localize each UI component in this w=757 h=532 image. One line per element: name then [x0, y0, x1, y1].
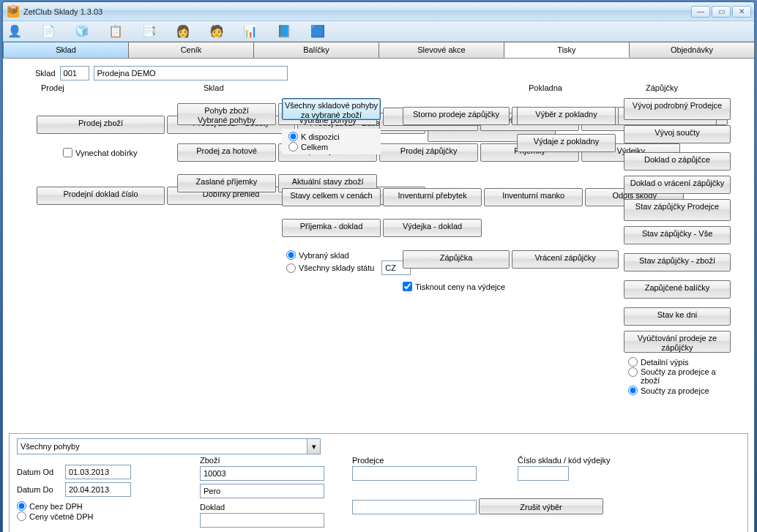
radio-vsechny-sklady[interactable] — [286, 263, 296, 273]
radio-bez-dph[interactable] — [17, 501, 26, 511]
doklad-lbl: Doklad — [200, 503, 324, 512]
tab-sklad[interactable]: Sklad — [3, 42, 129, 58]
hdr-prodej: Prodej — [41, 83, 64, 92]
radio-vsechny-sklady-lbl: Všechny sklady státu — [299, 263, 374, 272]
tab-balicky[interactable]: Balíčky — [253, 42, 379, 58]
pohyby-combo-text: Všechny pohyby — [18, 442, 307, 451]
app-icon — [7, 6, 19, 18]
radio-soucty-prodejce-lbl: Součty za prodejce — [641, 386, 709, 395]
btn-vyuctovani[interactable]: Vyúčtování prodeje ze zápůjčky — [624, 331, 731, 353]
btn-zapujcka[interactable]: Zápůjčka — [403, 250, 510, 269]
app-window: ZetClub Sklady 1.3.03 — ▭ ✕ 👤 📄 🧊 📋 📑 👩 … — [2, 1, 755, 532]
radio-soucty-prodejce-zbozi-lbl: Součty za prodejce a zboží — [641, 367, 728, 385]
hdr-zapujcky: Zápůjčky — [646, 83, 678, 92]
close-button[interactable]: ✕ — [732, 6, 751, 18]
lower-panel: Všechny pohyby ▾ Datum Od Datum Do Ceny … — [9, 433, 748, 532]
radio-kdispozici-lbl: K dispozici — [301, 132, 340, 141]
radio-vcetne-dph[interactable] — [17, 512, 26, 521]
btn-vyber-pokladny[interactable]: Výběr z pokladny — [517, 107, 616, 125]
radio-soucty-prodejce[interactable] — [628, 386, 638, 395]
btn-prodej-hotove[interactable]: Prodej za hotové — [177, 143, 276, 162]
btn-prodejni-doklad[interactable]: Prodejní doklad číslo — [37, 187, 165, 205]
radio-detailni[interactable] — [628, 357, 638, 367]
doklad-input[interactable] — [200, 513, 324, 528]
tb-icon-2[interactable]: 📄 — [41, 24, 56, 39]
window-title: ZetClub Sklady 1.3.03 — [22, 7, 691, 16]
hdr-pokladna: Pokladna — [529, 83, 562, 92]
cislo-input[interactable] — [518, 466, 569, 481]
chk-vynechat[interactable] — [63, 148, 72, 157]
dropdown-icon[interactable]: ▾ — [307, 439, 320, 454]
radio-kdispozici[interactable] — [288, 132, 298, 141]
chk-vynechat-lbl: Vynechat dobírky — [75, 149, 138, 157]
btn-stav-vse[interactable]: Stav zápůjčky - Vše — [624, 226, 731, 244]
btn-stav-ke-dni[interactable]: Stav ke dni — [624, 307, 731, 326]
tb-icon-5[interactable]: 📑 — [142, 24, 157, 39]
datum-do-input[interactable] — [65, 482, 131, 497]
tab-strip: Sklad Ceník Balíčky Slevové akce Tisky O… — [3, 42, 754, 59]
sklad-code-input[interactable] — [60, 66, 89, 80]
tb-icon-9[interactable]: 📘 — [277, 24, 291, 39]
zbozi-name-input[interactable] — [200, 484, 324, 498]
tb-icon-4[interactable]: 📋 — [108, 24, 123, 39]
btn-vyvoj-podrobny[interactable]: Vývoj podrobný Prodejce — [624, 98, 731, 120]
datum-od-input[interactable] — [65, 465, 131, 479]
sklad-label: Sklad — [35, 69, 56, 78]
radio-vybrany-sklad[interactable] — [286, 250, 296, 260]
tb-icon-1[interactable]: 👤 — [7, 24, 22, 39]
tab-objednavky[interactable]: Objednávky — [629, 42, 755, 58]
radio-vcetne-dph-lbl: Ceny včetně DPH — [29, 512, 93, 521]
btn-doklad-vraceni[interactable]: Doklad o vrácení zápůjčky — [624, 176, 731, 194]
tb-icon-8[interactable]: 📊 — [243, 24, 258, 39]
radio-soucty-prodejce-zbozi[interactable] — [628, 367, 638, 377]
datum-do-lbl: Datum Do — [17, 485, 61, 494]
tb-icon-10[interactable]: 🟦 — [310, 24, 325, 39]
btn-vsechny-pohyby-zbozi[interactable]: Všechny skladové pohyby za vybrané zboží — [282, 98, 381, 120]
content-area: Sklad Prodej Sklad Pokladna Zápůjčky Pro… — [3, 59, 754, 432]
prodejce-name-input[interactable] — [352, 500, 477, 514]
btn-zaslane-prijemky[interactable]: Zaslané příjemky — [177, 174, 276, 192]
radio-detailni-lbl: Detailní výpis — [641, 358, 688, 367]
zbozi-lbl: Zboží — [200, 456, 324, 465]
titlebar: ZetClub Sklady 1.3.03 — ▭ ✕ — [3, 2, 754, 21]
hdr-sklad: Sklad — [204, 83, 224, 92]
toolbar: 👤 📄 🧊 📋 📑 👩 🧑 📊 📘 🟦 — [3, 21, 754, 42]
minimize-button[interactable]: — — [691, 6, 710, 18]
tb-icon-3[interactable]: 🧊 — [75, 24, 89, 39]
btn-vyvoj-soucty[interactable]: Vývoj součty — [624, 125, 731, 143]
maximize-button[interactable]: ▭ — [712, 6, 731, 18]
prodejce-code-input[interactable] — [352, 466, 477, 481]
btn-prodej-zbozi[interactable]: Prodej zboží — [37, 116, 165, 134]
tb-icon-6[interactable]: 👩 — [176, 24, 190, 39]
btn-stavy-cenach[interactable]: Stavy celkem v cenách — [282, 188, 381, 206]
btn-zrusit-vyber[interactable]: Zrušit výběr — [479, 498, 603, 514]
pohyby-combo[interactable]: Všechny pohyby ▾ — [17, 438, 321, 454]
radio-bez-dph-lbl: Ceny bez DPH — [29, 502, 83, 511]
tab-cenik[interactable]: Ceník — [128, 42, 254, 58]
chk-tisknout-ceny-lbl: Tisknout ceny na výdejce — [415, 282, 505, 291]
datum-od-lbl: Datum Od — [17, 468, 61, 476]
chk-tisknout-ceny[interactable] — [403, 282, 412, 291]
sklad-name-input[interactable] — [94, 66, 288, 80]
btn-storno-zapujcky[interactable]: Storno prodeje zápůjčky — [403, 107, 510, 125]
zbozi-code-input[interactable] — [200, 466, 324, 481]
tab-tisky[interactable]: Tisky — [504, 42, 630, 58]
btn-doklad-zapujcce[interactable]: Doklad o zápůjčce — [624, 152, 731, 171]
btn-vydaje-pokladny[interactable]: Výdaje z pokladny — [517, 134, 616, 152]
tb-icon-7[interactable]: 🧑 — [209, 24, 224, 39]
radio-celkem-lbl: Celkem — [301, 143, 328, 151]
tab-slevove[interactable]: Slevové akce — [378, 42, 504, 58]
btn-prijemka-doklad[interactable]: Příjemka - doklad — [282, 219, 381, 237]
btn-stav-prodejce[interactable]: Stav zápůjčky Prodejce — [624, 199, 731, 221]
radio-vybrany-sklad-lbl: Vybraný sklad — [299, 251, 349, 260]
btn-stav-zbozi[interactable]: Stav zápůjčky - zboží — [624, 253, 731, 271]
btn-zapujcene-balicky[interactable]: Zapůjčené balíčky — [624, 280, 731, 299]
btn-pohyb-vybrane[interactable]: Pohyb zboží Vybrané pohyby — [177, 103, 276, 125]
radio-celkem[interactable] — [288, 142, 298, 151]
btn-vraceni-zapujcky[interactable]: Vrácení zápůjčky — [512, 250, 619, 269]
cislo-lbl: Číslo skladu / kód výdejky — [518, 456, 611, 465]
